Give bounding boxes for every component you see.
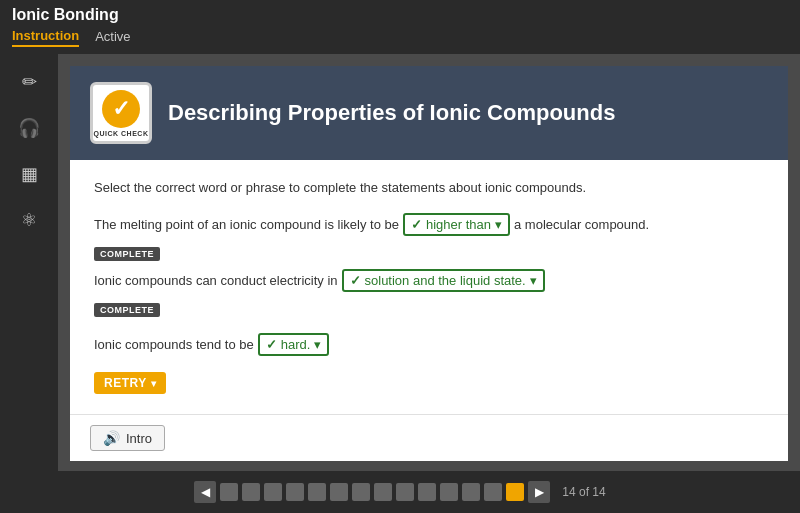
statement-row-2: Ionic compounds can conduct electricity … (94, 269, 764, 292)
statement-3-before: Ionic compounds tend to be (94, 337, 254, 352)
quick-check-checkmark: ✓ (102, 90, 140, 128)
dropdown-3-value: hard. (281, 337, 311, 352)
nav-dot-13[interactable] (484, 483, 502, 501)
statement-row-3: Ionic compounds tend to be ✓ hard. ▾ (94, 333, 764, 356)
nav-dot-1[interactable] (220, 483, 238, 501)
chevron-down-icon-2: ▾ (530, 273, 537, 288)
card-body: Select the correct word or phrase to com… (70, 160, 788, 414)
bottom-nav: ◀ ▶ 14 of 14 (0, 471, 800, 513)
nav-dot-4[interactable] (286, 483, 304, 501)
instructions-text: Select the correct word or phrase to com… (94, 180, 764, 195)
statement-1-after: a molecular compound. (514, 217, 649, 232)
pencil-icon[interactable]: ✏ (11, 64, 47, 100)
chevron-down-icon-1: ▾ (495, 217, 502, 232)
dropdown-2-value: solution and the liquid state. (365, 273, 526, 288)
top-bar: Ionic Bonding Instruction Active (0, 0, 800, 54)
dropdown-1-value: higher than (426, 217, 491, 232)
dropdown-2[interactable]: ✓ solution and the liquid state. ▾ (342, 269, 545, 292)
speaker-icon: 🔊 (103, 430, 120, 446)
card-header-title: Describing Properties of Ionic Compounds (168, 100, 615, 126)
dropdown-1[interactable]: ✓ higher than ▾ (403, 213, 510, 236)
nav-dot-6[interactable] (330, 483, 348, 501)
card-header: ✓ QUICK CHECK Describing Properties of I… (70, 66, 788, 160)
next-arrow-button[interactable]: ▶ (528, 481, 550, 503)
nav-dot-5[interactable] (308, 483, 326, 501)
headphones-icon[interactable]: 🎧 (11, 110, 47, 146)
content-panel: ✓ QUICK CHECK Describing Properties of I… (58, 54, 800, 471)
nav-dot-14[interactable] (506, 483, 524, 501)
complete-badge-3-wrapper: COMPLETE (94, 300, 764, 325)
complete-badge-3: COMPLETE (94, 303, 160, 317)
nav-dot-3[interactable] (264, 483, 282, 501)
nav-dot-9[interactable] (396, 483, 414, 501)
complete-badge-2: COMPLETE (94, 247, 160, 261)
intro-label: Intro (126, 431, 152, 446)
prev-arrow-button[interactable]: ◀ (194, 481, 216, 503)
sidebar: ✏ 🎧 ▦ ⚛ (0, 54, 58, 471)
statement-1-before: The melting point of an ionic compound i… (94, 217, 399, 232)
calculator-icon[interactable]: ▦ (11, 156, 47, 192)
retry-button[interactable]: RETRY ▾ (94, 372, 166, 394)
statement-row-1: The melting point of an ionic compound i… (94, 213, 764, 236)
nav-dot-12[interactable] (462, 483, 480, 501)
nav-dot-11[interactable] (440, 483, 458, 501)
card: ✓ QUICK CHECK Describing Properties of I… (70, 66, 788, 461)
quick-check-badge: ✓ QUICK CHECK (90, 82, 152, 144)
nav-dot-7[interactable] (352, 483, 370, 501)
retry-label: RETRY (104, 376, 147, 390)
retry-arrow-icon: ▾ (151, 378, 157, 389)
tab-active[interactable]: Active (95, 27, 130, 46)
quick-check-label: QUICK CHECK (94, 130, 149, 137)
card-footer: 🔊 Intro (70, 414, 788, 461)
nav-dot-10[interactable] (418, 483, 436, 501)
dropdown-3[interactable]: ✓ hard. ▾ (258, 333, 330, 356)
atom-icon[interactable]: ⚛ (11, 202, 47, 238)
page-title: Ionic Bonding (12, 6, 119, 24)
nav-dot-2[interactable] (242, 483, 260, 501)
tab-instruction[interactable]: Instruction (12, 26, 79, 47)
main-area: ✏ 🎧 ▦ ⚛ ✓ QUICK CHECK Describing Propert… (0, 54, 800, 471)
chevron-down-icon-3: ▾ (314, 337, 321, 352)
page-label: 14 of 14 (562, 485, 605, 499)
intro-button[interactable]: 🔊 Intro (90, 425, 165, 451)
statement-2-before: Ionic compounds can conduct electricity … (94, 273, 338, 288)
complete-badge-2-wrapper: COMPLETE (94, 244, 764, 269)
top-bar-tabs: Instruction Active (12, 26, 131, 47)
nav-dot-8[interactable] (374, 483, 392, 501)
